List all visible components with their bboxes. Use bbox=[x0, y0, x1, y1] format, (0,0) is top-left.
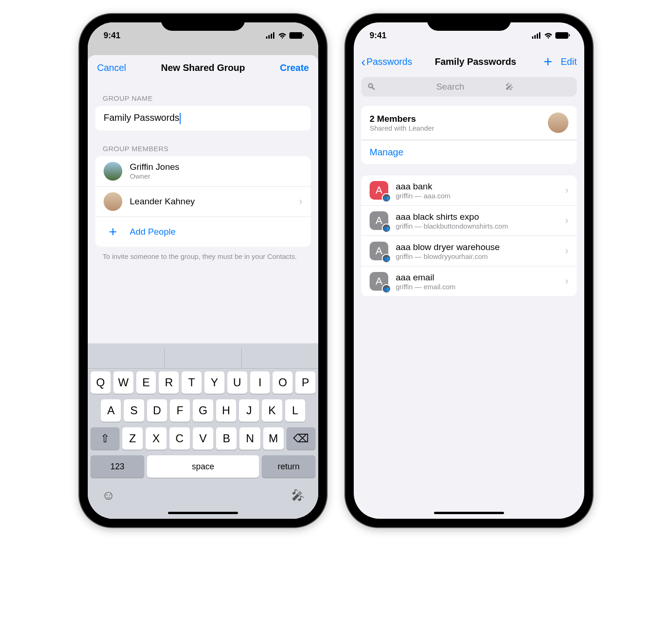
password-row[interactable]: A👥 aaa email griffin — email.com › bbox=[361, 266, 577, 296]
password-row[interactable]: A👥 aaa black shirts expo griffin — black… bbox=[361, 206, 577, 236]
password-title: aaa bank bbox=[396, 181, 558, 192]
password-title: aaa black shirts expo bbox=[396, 212, 558, 222]
shift-key[interactable]: ⇧ bbox=[91, 427, 119, 450]
battery-icon bbox=[555, 32, 568, 39]
edit-button[interactable]: Edit bbox=[561, 56, 577, 67]
group-name-value: Family Passwords bbox=[104, 112, 179, 123]
home-indicator[interactable] bbox=[434, 512, 504, 514]
back-button[interactable]: Passwords bbox=[366, 56, 412, 67]
key-w[interactable]: W bbox=[113, 371, 133, 394]
key-d[interactable]: D bbox=[147, 399, 167, 422]
avatar bbox=[548, 112, 568, 133]
key-l[interactable]: L bbox=[285, 399, 305, 422]
return-key[interactable]: return bbox=[262, 455, 315, 478]
password-subtitle: griffin — aaa.com bbox=[396, 192, 558, 200]
status-time: 9:41 bbox=[104, 31, 120, 41]
site-icon: A👥 bbox=[370, 272, 388, 291]
shared-badge-icon: 👥 bbox=[382, 254, 391, 263]
key-i[interactable]: I bbox=[250, 371, 270, 394]
password-title: aaa blow dryer warehouse bbox=[396, 242, 558, 252]
add-people-row[interactable]: + Add People bbox=[95, 217, 311, 247]
add-button[interactable]: + bbox=[544, 53, 553, 70]
key-e[interactable]: E bbox=[136, 371, 156, 394]
space-key[interactable]: space bbox=[147, 455, 259, 478]
password-subtitle: griffin — blowdryyourhair.com bbox=[396, 252, 558, 260]
key-s[interactable]: S bbox=[124, 399, 144, 422]
home-indicator[interactable] bbox=[168, 512, 238, 514]
keyboard-row-3: ⇧ Z X C V B N M ⌫ bbox=[88, 425, 318, 453]
password-row[interactable]: A👥 aaa bank griffin — aaa.com › bbox=[361, 175, 577, 206]
group-name-input[interactable]: Family Passwords bbox=[95, 106, 311, 131]
search-input[interactable]: 🔍︎ Search 🎤︎ bbox=[361, 77, 577, 97]
key-r[interactable]: R bbox=[159, 371, 179, 394]
key-q[interactable]: Q bbox=[91, 371, 111, 394]
key-u[interactable]: U bbox=[227, 371, 247, 394]
manage-button[interactable]: Manage bbox=[361, 140, 577, 164]
key-k[interactable]: K bbox=[262, 399, 282, 422]
search-placeholder: Search bbox=[436, 82, 502, 92]
members-card: Griffin Jones Owner Leander Kahney › + A… bbox=[95, 156, 311, 247]
status-time: 9:41 bbox=[370, 31, 386, 41]
footnote: To invite someone to the group, they mus… bbox=[88, 247, 318, 266]
key-v[interactable]: V bbox=[193, 427, 213, 450]
signal-icon bbox=[266, 32, 275, 39]
key-p[interactable]: P bbox=[295, 371, 315, 394]
chevron-right-icon: › bbox=[299, 195, 302, 208]
password-row[interactable]: A👥 aaa blow dryer warehouse griffin — bl… bbox=[361, 236, 577, 266]
mic-icon[interactable]: 🎤︎ bbox=[505, 82, 571, 92]
svg-rect-5 bbox=[534, 35, 536, 39]
key-n[interactable]: N bbox=[239, 427, 260, 450]
shared-badge-icon: 👥 bbox=[382, 223, 391, 233]
password-subtitle: griffin — email.com bbox=[396, 283, 558, 291]
key-x[interactable]: X bbox=[146, 427, 166, 450]
group-name-card: Family Passwords bbox=[95, 106, 311, 131]
section-header-members: GROUP MEMBERS bbox=[88, 131, 318, 156]
password-subtitle: griffin — blackbuttondownshirts.com bbox=[396, 222, 558, 230]
avatar bbox=[104, 162, 122, 181]
nav-title: New Shared Group bbox=[161, 63, 245, 73]
key-j[interactable]: J bbox=[239, 399, 259, 422]
key-b[interactable]: B bbox=[216, 427, 237, 450]
wifi-icon bbox=[278, 32, 287, 39]
key-t[interactable]: T bbox=[182, 371, 202, 394]
key-o[interactable]: O bbox=[273, 371, 293, 394]
dictation-icon[interactable]: 🎤︎ bbox=[291, 488, 304, 503]
member-name: Griffin Jones bbox=[130, 162, 302, 172]
member-row-owner: Griffin Jones Owner bbox=[95, 156, 311, 187]
site-icon: A👥 bbox=[370, 242, 388, 260]
key-a[interactable]: A bbox=[101, 399, 121, 422]
key-m[interactable]: M bbox=[263, 427, 284, 450]
chevron-right-icon: › bbox=[565, 184, 568, 196]
members-summary-card: 2 Members Shared with Leander Manage bbox=[361, 106, 577, 164]
shared-badge-icon: 👥 bbox=[382, 193, 391, 202]
members-count: 2 Members bbox=[370, 114, 540, 124]
members-subtitle: Shared with Leander bbox=[370, 124, 540, 132]
cancel-button[interactable]: Cancel bbox=[97, 63, 126, 73]
key-g[interactable]: G bbox=[193, 399, 213, 422]
emoji-icon[interactable]: ☺ bbox=[102, 488, 115, 503]
member-role: Owner bbox=[130, 172, 302, 180]
modal-sheet: Cancel New Shared Group Create GROUP NAM… bbox=[88, 55, 318, 519]
wifi-icon bbox=[544, 32, 553, 39]
members-summary-row[interactable]: 2 Members Shared with Leander bbox=[361, 106, 577, 140]
add-people-label: Add People bbox=[130, 227, 175, 237]
key-y[interactable]: Y bbox=[204, 371, 224, 394]
keyboard-suggestions[interactable] bbox=[88, 348, 318, 369]
backspace-key[interactable]: ⌫ bbox=[287, 427, 315, 450]
passwords-list: A👥 aaa bank griffin — aaa.com › A👥 aaa b… bbox=[361, 175, 577, 296]
keyboard: Q W E R T Y U I O P A S D F G H bbox=[88, 343, 318, 519]
plus-icon: + bbox=[104, 223, 122, 241]
key-h[interactable]: H bbox=[216, 399, 236, 422]
create-button[interactable]: Create bbox=[280, 63, 309, 73]
member-row[interactable]: Leander Kahney › bbox=[95, 187, 311, 217]
key-f[interactable]: F bbox=[170, 399, 190, 422]
chevron-right-icon: › bbox=[565, 275, 568, 287]
key-c[interactable]: C bbox=[169, 427, 190, 450]
nav-title: Family Passwords bbox=[409, 56, 542, 67]
numbers-key[interactable]: 123 bbox=[91, 455, 144, 478]
keyboard-row-1: Q W E R T Y U I O P bbox=[88, 369, 318, 397]
key-z[interactable]: Z bbox=[122, 427, 143, 450]
back-chevron-icon[interactable]: ‹ bbox=[361, 55, 365, 70]
keyboard-row-4: 123 space return bbox=[88, 453, 318, 481]
svg-rect-2 bbox=[271, 34, 272, 39]
